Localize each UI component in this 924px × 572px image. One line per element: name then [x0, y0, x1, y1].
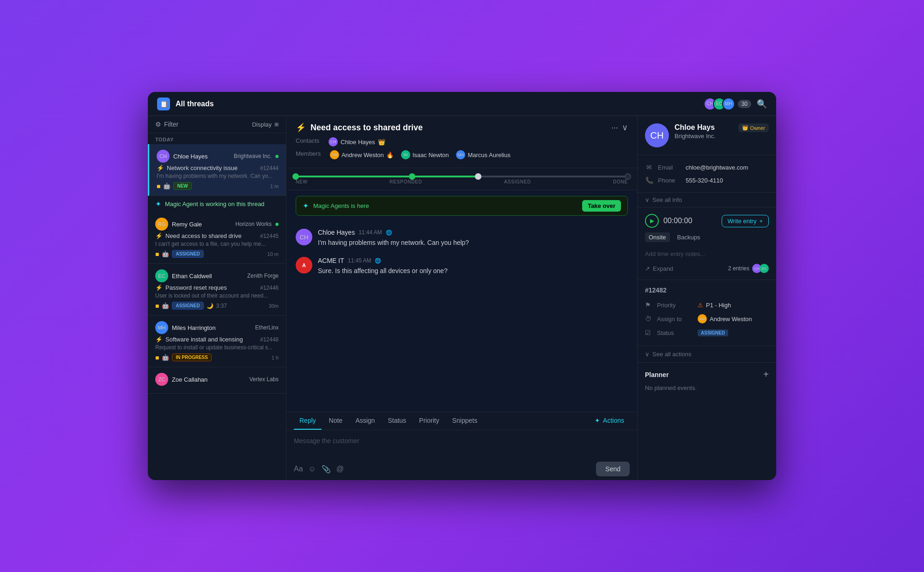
- message-sender: Chloe Hayes: [318, 229, 355, 236]
- thread-item[interactable]: MH Miles Harrington EtherLinx ⚡ Software…: [148, 316, 286, 367]
- phone-label: Phone: [658, 177, 681, 184]
- progress-dot-done: [625, 173, 631, 180]
- more-icon[interactable]: ···: [611, 123, 618, 133]
- thread-subject-row: ⚡ Password reset reques #12446: [155, 284, 279, 291]
- send-button[interactable]: Send: [596, 462, 630, 476]
- reply-input[interactable]: Message the customer: [286, 430, 637, 458]
- tab-onsite[interactable]: Onsite: [645, 232, 670, 242]
- expand-icon[interactable]: ∨: [622, 122, 628, 133]
- thread-item[interactable]: RG Remy Gale Horizon Works ⚡ Need access…: [148, 212, 286, 264]
- middle-panel: ⚡ Need access to shared drive ··· ∨ Cont…: [286, 116, 638, 480]
- reply-toolbar: Aa ☺ 📎 @ Send: [286, 458, 637, 480]
- tab-status[interactable]: Status: [382, 412, 412, 430]
- thread-number: #12444: [260, 165, 279, 171]
- message-avatar: A: [296, 257, 312, 274]
- planner-header: Planner +: [645, 369, 769, 380]
- priority-text: P1 - High: [706, 302, 731, 309]
- member-avatar: AW: [330, 150, 339, 159]
- clock-icon: 🌐: [375, 258, 381, 264]
- member-avatar: MA: [456, 150, 465, 159]
- planner-add-button[interactable]: +: [763, 369, 769, 380]
- magic-banner: ✦ Magic Agent is working on this thread: [148, 196, 286, 212]
- status-badge: ASSIGNED: [698, 329, 728, 336]
- expand-row[interactable]: ↗ Expand 2 entries CH EC: [645, 264, 769, 273]
- page-title: All threads: [176, 100, 698, 108]
- thread-meta: ■ 🤖 ASSIGNED 10 m: [155, 250, 279, 258]
- conv-header: ⚡ Need access to shared drive ··· ∨ Cont…: [286, 116, 637, 168]
- step-assigned: ASSIGNED: [504, 179, 531, 184]
- thread-type-icon: ⚡: [155, 336, 163, 343]
- member-item: MA Marcus Aurelius: [456, 150, 510, 159]
- thread-time: 30m: [269, 303, 279, 309]
- emoji-icon[interactable]: ☺: [309, 465, 316, 473]
- member-avatar: IN: [401, 150, 410, 159]
- thread-time: 10 m: [267, 251, 279, 257]
- planner-empty: No planned events.: [645, 384, 769, 391]
- email-value: chloe@brightwave.com: [686, 164, 748, 171]
- thread-item[interactable]: CH Chloe Hayes Brightwave Inc. ⚡ Network…: [148, 144, 286, 196]
- thread-item[interactable]: ZC Zoe Callahan Vertex Labs: [148, 367, 286, 394]
- thread-from: Remy Gale: [172, 221, 232, 228]
- priority-warning-icon: ⚠: [698, 302, 703, 309]
- member-emoji: 🔥: [386, 152, 394, 158]
- filter-label[interactable]: Filter: [164, 121, 178, 128]
- thread-item[interactable]: EC Ethan Caldwell Zenith Forge ⚡ Passwor…: [148, 264, 286, 316]
- avatar: ZC: [155, 373, 168, 386]
- thread-from: Ethan Caldwell: [172, 273, 243, 280]
- conv-actions: ··· ∨: [611, 122, 628, 133]
- thread-type-icon: ⚡: [155, 232, 163, 239]
- display-label[interactable]: Display: [252, 121, 272, 128]
- thread-type-icon: ⚡: [155, 284, 163, 291]
- message-text: I'm having problems with my network. Can…: [318, 238, 628, 248]
- conv-meta-row: Contacts CH Chloe Hayes 👑: [296, 137, 628, 146]
- badge-count: 30: [738, 100, 751, 108]
- thread-company: Vertex Labs: [249, 376, 279, 383]
- filter-bar: ⚙ Filter Display ⊞: [148, 116, 286, 133]
- contact-avatar: CH: [645, 123, 669, 147]
- clock-field-icon: ⏱: [645, 315, 653, 323]
- thread-preview: User is locked out of their account and …: [155, 292, 279, 299]
- thread-subject-row: ⚡ Need access to shared drive #12445: [155, 232, 279, 239]
- assignee-name: Andrew Weston: [710, 316, 752, 323]
- assign-label: Assign to: [657, 316, 694, 323]
- status-badge: ASSIGNED: [172, 250, 203, 258]
- online-indicator: [275, 223, 279, 226]
- email-label: Email: [658, 164, 681, 171]
- tab-note[interactable]: Note: [323, 412, 348, 430]
- magic-sparkle-icon: ✦: [303, 201, 309, 210]
- reply-placeholder: Message the customer: [294, 437, 359, 444]
- thread-time: 1 h: [272, 355, 279, 360]
- play-button[interactable]: ▶: [645, 214, 659, 228]
- tab-actions[interactable]: ✦ Actions: [589, 412, 630, 430]
- contact-company: Brightwave Inc.: [675, 133, 733, 140]
- tab-reply[interactable]: Reply: [294, 412, 322, 430]
- tab-snippets[interactable]: Snippets: [447, 412, 483, 430]
- thread-meta: ■ 🤖 ASSIGNED 🌙 3:37 30m: [155, 302, 279, 310]
- reply-tabs: Reply Note Assign Status Priority Snippe…: [286, 412, 637, 430]
- contacts-label: Contacts: [296, 137, 319, 146]
- progress-dot-responded: [409, 173, 415, 180]
- step-new: NEW: [296, 179, 308, 184]
- see-all-info[interactable]: ∨ See all info: [638, 193, 776, 207]
- timer-notes[interactable]: Add time entry notes...: [645, 247, 769, 261]
- attach-icon[interactable]: 📎: [322, 465, 331, 474]
- thread-time: 1 m: [270, 183, 279, 189]
- tab-assign[interactable]: Assign: [350, 412, 380, 430]
- take-over-button[interactable]: Take over: [582, 200, 621, 212]
- mention-icon[interactable]: @: [336, 465, 344, 473]
- filter-icon: ⚙: [155, 121, 161, 128]
- see-all-actions[interactable]: ∨ See all actions: [638, 346, 776, 363]
- section-date: Today: [148, 133, 286, 144]
- search-icon[interactable]: 🔍: [757, 99, 767, 109]
- actions-label: Actions: [603, 417, 624, 424]
- status-label: Status: [657, 329, 694, 336]
- font-icon[interactable]: Aa: [294, 465, 303, 473]
- see-all-actions-label: See all actions: [652, 351, 692, 358]
- members-list: AW Andrew Weston 🔥 IN Isaac Newton MA: [330, 150, 511, 159]
- agent-icon: 🤖: [162, 250, 169, 257]
- write-entry-button[interactable]: Write entry +: [722, 215, 769, 227]
- thread-subject: Network connectivity issue: [167, 164, 257, 171]
- status-value: ASSIGNED: [698, 329, 728, 336]
- tab-backups[interactable]: Backups: [674, 232, 704, 242]
- tab-priority[interactable]: Priority: [413, 412, 445, 430]
